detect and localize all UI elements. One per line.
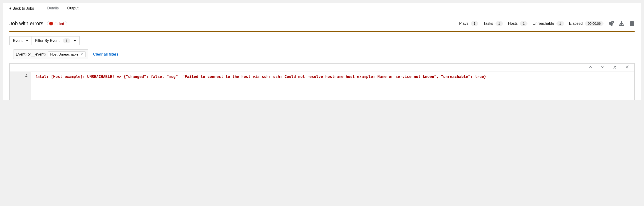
scroll-down-button[interactable] <box>600 65 605 70</box>
scroll-bottom-button[interactable] <box>625 65 629 70</box>
page-title: Job with errors <box>10 20 43 26</box>
elapsed-value: 00:00:06 <box>585 21 604 26</box>
filter-value-count: 1 <box>63 38 70 43</box>
status-badge: ! Failed <box>47 21 67 26</box>
stat-hosts: Hosts 1 <box>508 21 528 26</box>
relaunch-button[interactable] <box>609 21 614 26</box>
chip-text: Host Unreachable <box>50 52 78 56</box>
clear-filters-link[interactable]: Clear all filters <box>93 52 118 57</box>
page-card: Back to Jobs Details Output Job with err… <box>3 3 641 100</box>
back-to-jobs-link[interactable]: Back to Jobs <box>10 3 34 14</box>
line-number: 4 <box>12 74 28 78</box>
close-icon[interactable] <box>80 53 84 56</box>
caret-down-icon <box>26 40 28 42</box>
back-label: Back to Jobs <box>12 6 34 10</box>
double-chevron-up-icon <box>613 65 617 69</box>
failed-icon: ! <box>49 22 53 26</box>
caret-left-icon <box>10 7 11 10</box>
chip-group-label: Event (or__event) <box>16 52 46 56</box>
output-body: 4 fatal: [Host example]: UNREACHABLE! =>… <box>10 72 634 100</box>
plays-count: 1 <box>471 21 478 26</box>
filters-row: Event Filter By Event 1 <box>3 36 641 50</box>
filter-key-label: Event <box>13 38 22 43</box>
output-toolbar <box>10 64 634 72</box>
download-button[interactable] <box>619 21 624 26</box>
filter-key-select[interactable]: Event <box>10 36 32 45</box>
filter-value-select[interactable]: Filter By Event 1 <box>32 36 80 45</box>
delete-button[interactable] <box>630 21 634 26</box>
scroll-up-button[interactable] <box>588 65 592 70</box>
trash-icon <box>630 21 634 26</box>
header-stats: Plays 1 Tasks 1 Hosts 1 Unreachable 1 El… <box>459 21 634 26</box>
output-panel: 4 fatal: [Host example]: UNREACHABLE! =>… <box>10 63 634 100</box>
filter-chip-group: Event (or__event) Host Unreachable <box>13 50 88 59</box>
status-divider <box>10 31 634 32</box>
stat-elapsed: Elapsed 00:00:06 <box>569 21 604 26</box>
hosts-count: 1 <box>520 21 528 26</box>
unreachable-count: 1 <box>556 21 564 26</box>
tasks-count: 1 <box>496 21 503 26</box>
tab-bar: Back to Jobs Details Output <box>3 3 641 14</box>
stat-plays: Plays 1 <box>459 21 478 26</box>
status-label: Failed <box>54 22 64 26</box>
caret-down-icon <box>74 40 76 42</box>
filter-chip: Host Unreachable <box>48 51 86 57</box>
tab-output[interactable]: Output <box>63 3 83 14</box>
scroll-top-button[interactable] <box>613 65 617 70</box>
filter-value-label: Filter By Event <box>35 38 60 43</box>
chevron-up-icon <box>588 65 592 69</box>
download-icon <box>619 21 624 26</box>
tab-details[interactable]: Details <box>43 3 63 14</box>
line-number-gutter: 4 <box>10 72 31 100</box>
double-chevron-down-icon <box>625 65 629 69</box>
header-row: Job with errors ! Failed Plays 1 Tasks 1… <box>3 14 641 31</box>
stat-unreachable: Unreachable 1 <box>533 21 564 26</box>
active-filters-row: Event (or__event) Host Unreachable Clear… <box>3 50 641 63</box>
rocket-icon <box>609 21 614 26</box>
stat-tasks: Tasks 1 <box>484 21 503 26</box>
output-line[interactable]: fatal: [Host example]: UNREACHABLE! => {… <box>31 72 634 100</box>
chevron-down-icon <box>600 65 605 69</box>
